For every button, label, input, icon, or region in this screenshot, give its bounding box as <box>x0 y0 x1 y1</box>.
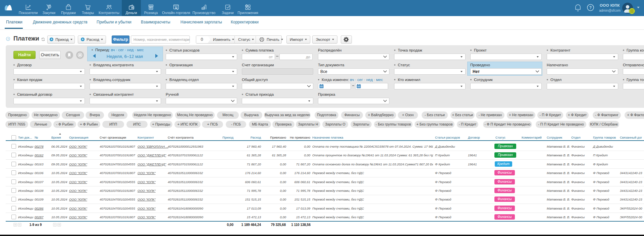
svg-text:?: ? <box>589 5 592 10</box>
svg-text:?: ? <box>7 37 9 41</box>
